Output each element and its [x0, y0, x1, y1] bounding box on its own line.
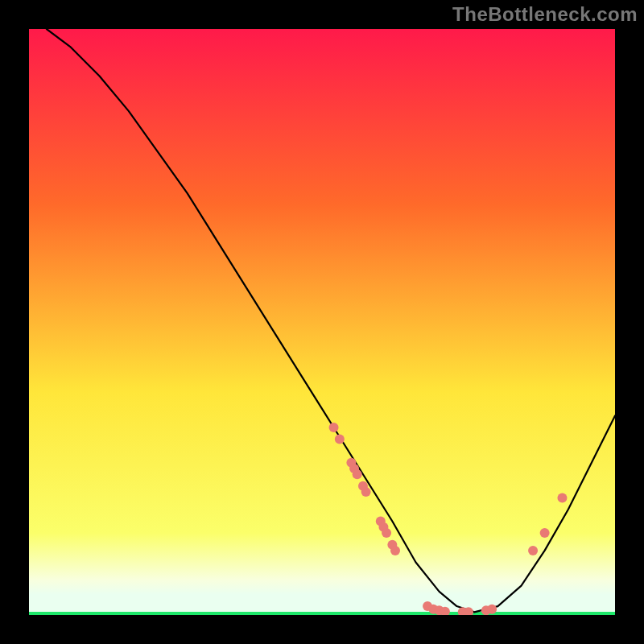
svg-rect-0: [29, 29, 615, 615]
svg-point-8: [361, 487, 371, 497]
svg-point-22: [528, 546, 538, 555]
chart-container: TheBottleneck.com: [0, 0, 644, 644]
svg-point-3: [335, 435, 345, 444]
svg-point-24: [557, 493, 567, 502]
plot-area: [29, 29, 615, 615]
watermark-text: TheBottleneck.com: [452, 3, 638, 26]
svg-point-13: [390, 546, 400, 555]
svg-point-2: [329, 423, 339, 432]
svg-point-23: [540, 528, 550, 538]
chart-svg: [29, 29, 615, 615]
svg-point-6: [353, 469, 362, 479]
svg-rect-1: [29, 612, 615, 615]
svg-point-11: [382, 528, 391, 538]
svg-point-21: [487, 605, 497, 614]
